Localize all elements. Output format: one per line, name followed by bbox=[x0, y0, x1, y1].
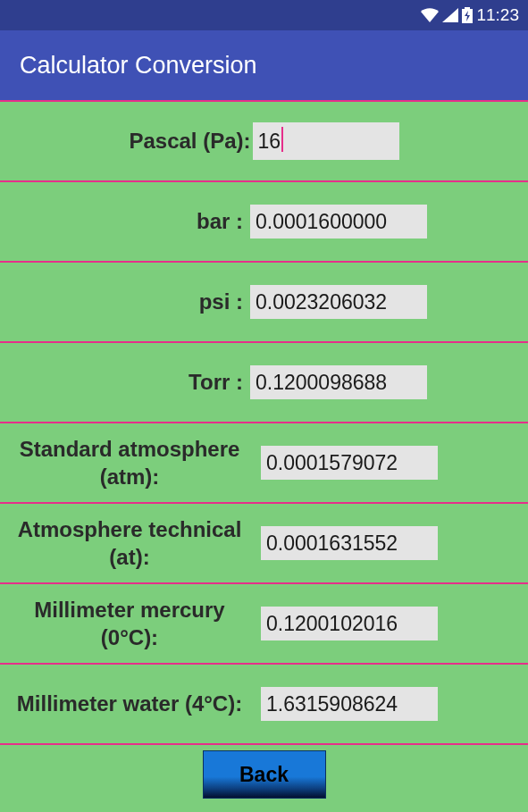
app-bar: Calculator Conversion bbox=[0, 30, 528, 100]
label-torr: Torr : bbox=[5, 370, 247, 395]
label-mmhg: Millimeter mercury (0°C): bbox=[5, 596, 256, 651]
wifi-icon bbox=[421, 8, 439, 22]
battery-charging-icon bbox=[462, 7, 473, 23]
signal-icon bbox=[442, 8, 458, 22]
svg-rect-1 bbox=[465, 7, 470, 9]
footer: Back bbox=[0, 743, 528, 808]
output-mmh2o: 1.6315908624 bbox=[261, 687, 438, 721]
status-bar: 11:23 bbox=[0, 0, 528, 30]
text-cursor bbox=[281, 127, 283, 152]
row-bar: bar : 0.0001600000 bbox=[0, 180, 528, 261]
conversion-list: Pascal (Pa): 16 bar : 0.0001600000 psi :… bbox=[0, 100, 528, 808]
page-title: Calculator Conversion bbox=[20, 52, 257, 80]
row-psi: psi : 0.0023206032 bbox=[0, 261, 528, 341]
output-atm: 0.0001579072 bbox=[261, 446, 438, 480]
row-mmhg: Millimeter mercury (0°C): 0.1200102016 bbox=[0, 582, 528, 663]
row-mmh2o: Millimeter water (4°C): 1.6315908624 bbox=[0, 663, 528, 743]
output-at: 0.0001631552 bbox=[261, 526, 438, 560]
row-at: Atmosphere technical (at): 0.0001631552 bbox=[0, 502, 528, 582]
label-psi: psi : bbox=[5, 289, 247, 314]
status-time: 11:23 bbox=[476, 5, 519, 25]
label-bar: bar : bbox=[5, 209, 247, 234]
input-pascal[interactable]: 16 bbox=[253, 122, 399, 160]
output-bar: 0.0001600000 bbox=[250, 205, 427, 239]
label-at: Atmosphere technical (at): bbox=[5, 515, 256, 571]
label-pascal: Pascal (Pa): bbox=[129, 129, 252, 154]
back-button[interactable]: Back bbox=[203, 750, 326, 799]
row-pascal: Pascal (Pa): 16 bbox=[0, 100, 528, 180]
output-torr: 0.1200098688 bbox=[250, 365, 427, 399]
output-mmhg: 0.1200102016 bbox=[261, 607, 438, 640]
label-atm: Standard atmosphere (atm): bbox=[5, 435, 256, 490]
label-mmh2o: Millimeter water (4°C): bbox=[5, 690, 256, 717]
input-pascal-value: 16 bbox=[258, 130, 281, 154]
output-psi: 0.0023206032 bbox=[250, 285, 427, 319]
row-torr: Torr : 0.1200098688 bbox=[0, 341, 528, 422]
row-atm: Standard atmosphere (atm): 0.0001579072 bbox=[0, 422, 528, 502]
